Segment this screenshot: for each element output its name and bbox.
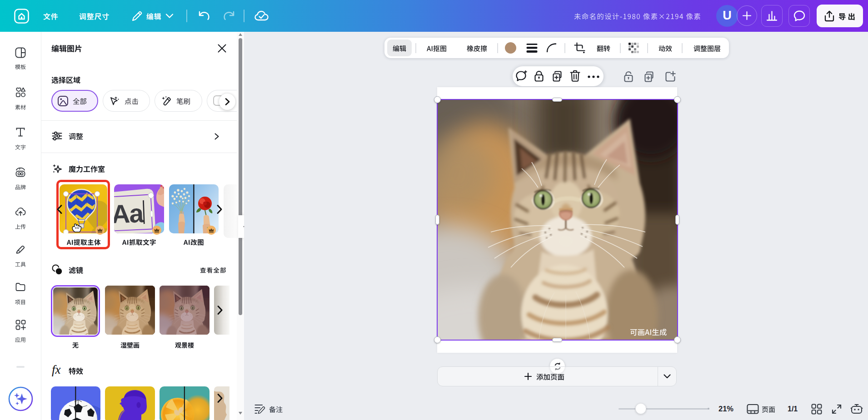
svg-text:Aa: Aa	[114, 198, 145, 228]
svg-text:fx: fx	[52, 363, 61, 376]
